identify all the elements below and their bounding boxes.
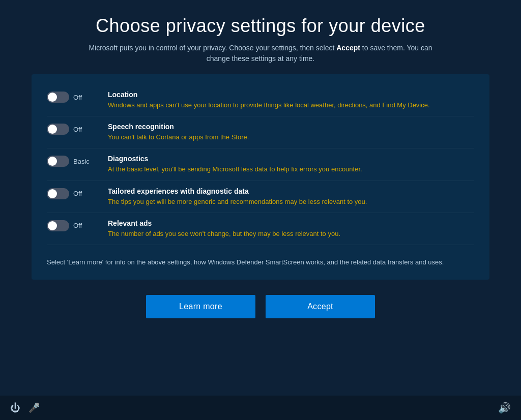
learn-more-button[interactable]: Learn more (146, 295, 255, 318)
setting-content-diagnostics: Diagnostics At the basic level, you'll b… (108, 155, 474, 174)
setting-content-speech: Speech recognition You can't talk to Cor… (108, 123, 474, 142)
page-title: Choose privacy settings for your device (96, 15, 425, 37)
toggle-label-location: Off (73, 94, 82, 101)
toggle-diagnostics[interactable] (47, 156, 69, 167)
taskbar-left: ⏻ 🎤 (10, 402, 40, 414)
microphone-icon[interactable]: 🎤 (28, 402, 40, 413)
taskbar: ⏻ 🎤 🔊 (0, 396, 521, 420)
toggle-tailored[interactable] (47, 188, 69, 199)
toggle-label-diagnostics: Basic (73, 158, 90, 165)
setting-desc-ads: The number of ads you see won't change, … (108, 229, 474, 238)
setting-desc-location: Windows and apps can't use your location… (108, 101, 474, 110)
setting-title-ads: Relevant ads (108, 219, 474, 227)
setting-desc-tailored: The tips you get will be more generic an… (108, 197, 474, 206)
toggle-location[interactable] (47, 92, 69, 103)
power-icon[interactable]: ⏻ (10, 402, 20, 414)
info-text: Select 'Learn more' for info on the abov… (47, 252, 474, 267)
setting-content-location: Location Windows and apps can't use your… (108, 91, 474, 110)
toggle-area-location: Off (47, 91, 98, 103)
setting-title-speech: Speech recognition (108, 123, 474, 131)
toggle-label-tailored: Off (73, 190, 82, 197)
setting-content-tailored: Tailored experiences with diagnostic dat… (108, 187, 474, 206)
toggle-speech[interactable] (47, 124, 69, 135)
toggle-label-ads: Off (73, 222, 82, 229)
volume-icon[interactable]: 🔊 (498, 402, 511, 413)
settings-panel: Off Location Windows and apps can't use … (32, 74, 489, 280)
setting-desc-diagnostics: At the basic level, you'll be sending Mi… (108, 165, 474, 174)
toggle-area-diagnostics: Basic (47, 155, 98, 167)
toggle-label-speech: Off (73, 126, 82, 133)
setting-content-ads: Relevant ads The number of ads you see w… (108, 219, 474, 238)
toggle-ads[interactable] (47, 220, 69, 231)
setting-row-speech: Off Speech recognition You can't talk to… (47, 116, 474, 148)
subtitle-text-1: Microsoft puts you in control of your pr… (89, 44, 336, 52)
toggle-area-tailored: Off (47, 187, 98, 199)
buttons-row: Learn more Accept (32, 295, 489, 318)
toggle-area-speech: Off (47, 123, 98, 135)
setting-row-tailored: Off Tailored experiences with diagnostic… (47, 181, 474, 213)
page-subtitle: Microsoft puts you in control of your pr… (82, 43, 439, 64)
taskbar-right: 🔊 (498, 402, 511, 414)
setting-row-diagnostics: Basic Diagnostics At the basic level, yo… (47, 148, 474, 181)
subtitle-bold: Accept (336, 44, 360, 52)
accept-button[interactable]: Accept (266, 295, 375, 318)
main-container: Choose privacy settings for your device … (0, 0, 521, 420)
setting-title-tailored: Tailored experiences with diagnostic dat… (108, 187, 474, 195)
setting-title-diagnostics: Diagnostics (108, 155, 474, 163)
toggle-area-ads: Off (47, 219, 98, 231)
setting-desc-speech: You can't talk to Cortana or apps from t… (108, 133, 474, 142)
setting-row-ads: Off Relevant ads The number of ads you s… (47, 213, 474, 245)
setting-row-location: Off Location Windows and apps can't use … (47, 84, 474, 116)
setting-title-location: Location (108, 91, 474, 99)
